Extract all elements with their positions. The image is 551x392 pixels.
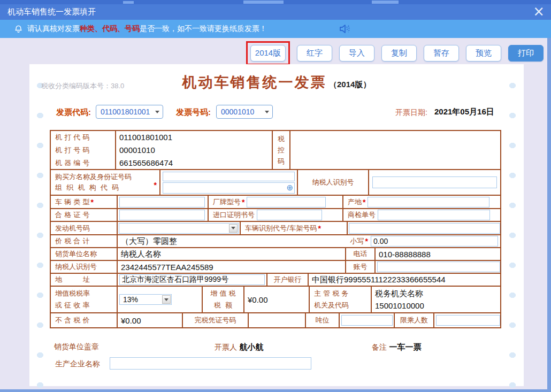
origin-label: 产地 <box>343 197 362 207</box>
notice-text-post: 是否一致，如不一致请更换纸质发票！ <box>140 24 267 34</box>
origin-input[interactable] <box>368 197 489 207</box>
required-mark: * <box>364 237 368 245</box>
engine-no-select[interactable] <box>119 223 239 234</box>
invoice-title: 机动车销售统一发票 （2014版） <box>29 73 524 92</box>
cert-no-input[interactable] <box>119 210 205 220</box>
vin-label: 车辆识别代号/车架号码 <box>241 224 317 233</box>
vehicle-type-row: 车 辆 类 型* 厂牌型号* 产地* <box>51 196 500 209</box>
invoice-number-value: 00001010 <box>221 107 254 116</box>
copy-button[interactable]: 复制 <box>381 45 417 62</box>
required-mark: * <box>153 181 157 189</box>
invoice-title-text: 机动车销售统一发票 <box>182 74 327 90</box>
phone-label: 电话 <box>354 249 368 259</box>
passenger-limit-label: 限乘人数 <box>400 316 428 325</box>
vat-rate-label-line2: 或 征 收 率 <box>51 299 89 311</box>
vat-rate-label-line1: 增值税税率 <box>51 288 90 299</box>
invoice-code-select[interactable]: 011001801001 <box>96 105 163 119</box>
invoice-number-select[interactable]: 00001010 <box>216 105 273 119</box>
buyer-org-code-input[interactable] <box>163 182 295 194</box>
invoice-meta-row: 发票代码: 011001801001 发票号码: 00001010 开票日期: … <box>29 105 524 120</box>
preview-button[interactable]: 预览 <box>466 45 501 62</box>
seller-name-row: 销货单位名称 纳税人名称 电话 010-88888888 <box>51 248 500 261</box>
vat-rate-select[interactable]: 13% <box>119 294 172 305</box>
seller-seal-label: 销货单位盖章 <box>54 342 99 352</box>
drawer-name: 航小航 <box>239 342 263 351</box>
chevron-down-icon <box>162 295 171 304</box>
seller-taxid-value: 2342445577TEAA245589 <box>118 263 213 272</box>
title-bar: 机动车销售统一发票填开 × <box>0 4 551 20</box>
vehicle-type-label: 车 辆 类 型 <box>51 197 89 207</box>
machine-code-label: 机 打 代 码 <box>51 131 89 144</box>
notice-bar: 请认真核对发票种类、代码、号码是否一致，如不一致请更换纸质发票！ <box>0 20 551 38</box>
window-right-edge <box>547 38 551 392</box>
vat-rate-value: 13% <box>123 295 162 304</box>
bank-value: 中国银行99955511122233366655544 <box>309 275 446 285</box>
version-highlight-box: 2014版 <box>246 41 290 65</box>
passenger-limit-input[interactable] <box>436 315 500 326</box>
required-mark: * <box>317 224 320 233</box>
drawer-label: 开票人 <box>215 343 237 351</box>
total-uppercase-value: （大写）零圆整 <box>118 236 177 247</box>
inspection-no-input[interactable] <box>378 210 490 220</box>
dialog-title: 机动车销售统一发票填开 <box>0 7 96 17</box>
window-bottom-edge <box>0 389 551 392</box>
certificate-row: 合 格 证 号 进口证明书号 商检单号 <box>51 209 500 222</box>
seller-taxid-row: 纳税人识别号 2342445577TEAA245589 账号 <box>51 261 500 274</box>
close-icon[interactable]: × <box>533 3 545 19</box>
issue-date-value: 2021年05月16日 <box>434 107 494 117</box>
tonnage-input[interactable] <box>341 315 393 326</box>
authority-label-line1: 主 管 税 务 <box>310 288 348 299</box>
seller-taxid-label: 纳税人识别号 <box>51 262 97 272</box>
invoice-title-version: （2014版） <box>329 80 371 89</box>
vin-input[interactable] <box>349 223 500 234</box>
buyer-taxpayer-id-input[interactable] <box>372 176 497 188</box>
chevron-down-icon <box>155 111 159 113</box>
seal-row: 销货单位盖章 开票人 航小航 备注 一车一票 <box>29 342 524 353</box>
vat-amount-label-line1: 增 值 税 <box>210 288 235 299</box>
buyer-name-input[interactable] <box>163 172 295 181</box>
authority-name-value: 税务机关名称 <box>372 287 423 299</box>
chevron-down-icon <box>265 111 269 113</box>
tax-cert-no-cell <box>249 313 306 327</box>
buyer-row: 购买方名称及身份证号码 组 织 机 构 代 码 * ⊕ 纳税人识别号 <box>51 170 500 196</box>
issue-date-label: 开票日期: <box>395 108 427 118</box>
tax-control-code-label: 税控码 <box>273 133 289 167</box>
invoice-dialog: 机动车销售统一发票填开 × 请认真核对发票种类、代码、号码是否一致，如不一致请更… <box>0 0 551 392</box>
tonnage-label: 吨位 <box>316 316 330 325</box>
version-2014-button[interactable]: 2014版 <box>250 45 286 62</box>
decorative-fragment <box>372 1 399 4</box>
total-row: 价 税 合 计 （大写）零圆整 小写* <box>51 235 500 248</box>
invoice-number-label: 发票号码: <box>176 107 211 118</box>
manufacturer-input[interactable] <box>110 357 311 370</box>
remark-label: 备注 <box>372 343 387 351</box>
required-mark: * <box>362 198 365 206</box>
invoice-table: 机 打 代 码 机 打 号 码 机 器 编 号 011001801001 000… <box>50 130 501 328</box>
address-input[interactable] <box>119 274 265 285</box>
invoice-code-value: 011001801001 <box>101 107 150 116</box>
chevron-down-icon <box>229 224 238 233</box>
invoice-code-label: 发票代码: <box>56 107 91 118</box>
remark-value: 一车一票 <box>389 342 421 351</box>
total-small-input[interactable] <box>371 236 498 247</box>
brand-model-input[interactable] <box>247 197 326 207</box>
add-buyer-icon[interactable]: ⊕ <box>286 183 293 193</box>
notice-text-pre: 请认真核对发票 <box>27 24 80 34</box>
total-label: 价 税 合 计 <box>51 236 89 246</box>
print-button[interactable]: 打印 <box>508 45 544 62</box>
account-input[interactable] <box>377 262 500 272</box>
machine-number-label: 机 打 号 码 <box>51 144 89 157</box>
required-mark: * <box>89 198 93 206</box>
decorative-fragment <box>243 1 284 4</box>
tax-control-code-cell <box>290 131 500 169</box>
speaker-icon[interactable] <box>338 23 351 36</box>
address-label: 地 址 <box>51 275 90 285</box>
red-letter-button[interactable]: 红字 <box>297 45 332 62</box>
vat-amount-value: ¥0.00 <box>244 295 268 304</box>
invoice-panel: 税收分类编码版本号：38.0 机动车销售统一发票 （2014版） 发票代码: 0… <box>29 64 524 386</box>
import-cert-input[interactable] <box>257 210 322 220</box>
vehicle-type-input[interactable] <box>119 197 205 207</box>
save-draft-button[interactable]: 暂存 <box>424 45 459 62</box>
buyer-label-line1: 购买方名称及身份证号码 <box>51 172 132 182</box>
bank-label: 开户银行 <box>274 275 302 285</box>
import-button[interactable]: 导入 <box>339 45 374 62</box>
